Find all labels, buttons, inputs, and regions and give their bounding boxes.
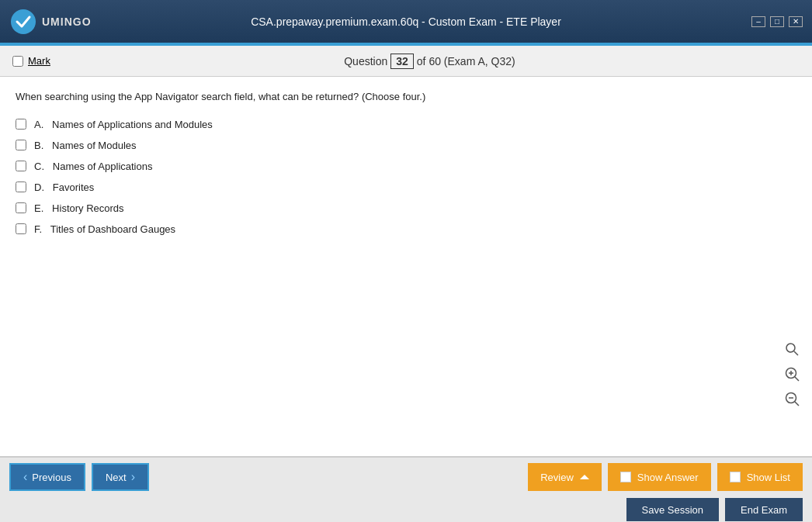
show-answer-icon [620,472,631,482]
option-b-checkbox[interactable] [16,140,26,150]
next-arrow-icon: › [131,470,135,484]
end-exam-button[interactable]: End Exam [725,498,803,521]
option-e-label[interactable]: E. History Records [34,202,124,214]
close-button[interactable]: ✕ [789,16,803,27]
question-header: Mark Question 32 of 60 (Exam A, Q32) [0,46,812,77]
review-label: Review [540,472,574,483]
svg-point-0 [11,9,36,34]
previous-arrow-icon: ‹ [23,470,27,484]
question-label: Question [344,55,387,67]
search-icon [785,342,799,356]
option-c-label[interactable]: C. Names of Applications [34,161,152,172]
option-d-label[interactable]: D. Favorites [34,181,94,193]
show-list-button[interactable]: Show List [717,463,803,491]
list-item[interactable]: C. Names of Applications [16,161,796,172]
option-f-checkbox[interactable] [16,223,26,234]
zoom-search-button[interactable] [781,338,803,360]
option-f-label[interactable]: F. Titles of Dashboard Gauges [34,223,175,235]
svg-line-2 [794,351,798,355]
previous-label: Previous [32,472,71,483]
logo-text: UMINGO [42,16,92,28]
main-content: When searching using the App Navigator s… [0,77,812,457]
option-d-checkbox[interactable] [16,181,26,192]
svg-point-1 [786,344,795,352]
option-a-checkbox[interactable] [16,119,26,130]
zoom-in-button[interactable] [781,363,803,385]
next-button[interactable]: Next › [92,463,149,491]
toolbar-row-1: ‹ Previous Next › Review Show Answer Sho… [0,458,812,496]
show-answer-button[interactable]: Show Answer [608,463,711,491]
maximize-button[interactable]: □ [770,16,784,27]
mark-checkbox-label[interactable]: Mark [12,55,50,67]
question-info: Question 32 of 60 (Exam A, Q32) [344,54,515,69]
list-item[interactable]: B. Names of Modules [16,140,796,151]
mark-checkbox-input[interactable] [12,56,23,67]
window-title: CSA.prepaway.premium.exam.60q - Custom E… [251,16,561,28]
window-controls: – □ ✕ [751,16,803,27]
list-item[interactable]: D. Favorites [16,181,796,193]
previous-button[interactable]: ‹ Previous [9,463,85,491]
zoom-in-icon [784,366,800,382]
svg-line-9 [795,402,799,406]
zoom-out-icon [784,391,800,406]
show-list-icon [730,472,741,482]
question-number: 32 [390,54,414,69]
list-item[interactable]: F. Titles of Dashboard Gauges [16,223,796,235]
bottom-toolbar: ‹ Previous Next › Review Show Answer Sho… [0,457,812,522]
list-item[interactable]: E. History Records [16,202,796,214]
list-item[interactable]: A. Names of Applications and Modules [16,119,796,130]
mark-label: Mark [28,55,50,67]
show-list-label: Show List [747,472,790,483]
minimize-button[interactable]: – [751,16,765,27]
svg-line-6 [795,377,799,381]
save-session-button[interactable]: Save Session [626,498,720,521]
option-e-checkbox[interactable] [16,202,26,213]
question-of-text: of 60 (Exam A, Q32) [417,55,515,67]
option-a-label[interactable]: A. Names of Applications and Modules [34,119,213,130]
logo-icon [9,8,37,36]
app-logo: UMINGO [9,8,92,36]
zoom-out-button[interactable] [781,388,803,410]
option-b-label[interactable]: B. Names of Modules [34,140,137,151]
review-button[interactable]: Review [528,463,602,491]
question-text: When searching using the App Navigator s… [16,89,796,105]
toolbar-row-2: Save Session End Exam [0,496,812,522]
title-bar: UMINGO CSA.prepaway.premium.exam.60q - C… [0,0,812,43]
next-label: Next [106,472,127,483]
show-answer-label: Show Answer [637,472,699,483]
review-arrow-icon [580,475,589,479]
option-c-checkbox[interactable] [16,161,26,171]
zoom-controls [781,338,803,410]
